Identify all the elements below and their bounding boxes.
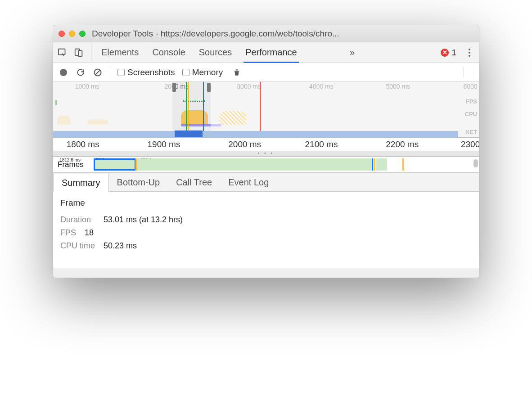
ruler-tick: 2300	[461, 140, 479, 149]
marker-line	[260, 82, 261, 137]
marker-line	[188, 82, 189, 137]
titlebar: Developer Tools - https://developers.goo…	[53, 25, 479, 42]
maximize-window-button[interactable]	[79, 31, 86, 37]
reload-record-button[interactable]	[76, 68, 86, 77]
ruler-tick: 1900 ms	[148, 140, 180, 149]
detail-tabbar: Summary Bottom-Up Call Tree Event Log	[53, 173, 479, 192]
frame-time-label: 1812.6 ms	[59, 158, 81, 162]
frames-scrollbar[interactable]	[473, 159, 478, 167]
svg-rect-0	[59, 49, 65, 54]
overview-mask-left	[53, 82, 172, 137]
frame-stripe	[402, 158, 404, 171]
summary-panel: Frame Duration 53.01 ms (at 13.2 hrs) FP…	[53, 192, 479, 268]
overview-mask-right	[211, 82, 479, 137]
record-button[interactable]	[59, 68, 68, 77]
overview-scrollbar[interactable]	[53, 131, 458, 137]
performance-toolbar: Screenshots Memory	[53, 63, 479, 82]
tab-elements[interactable]: Elements	[101, 42, 139, 63]
marker-line	[203, 82, 204, 137]
label: Duration	[60, 215, 97, 225]
frame-stripe	[374, 158, 375, 171]
tab-console[interactable]: Console	[152, 42, 185, 63]
close-window-button[interactable]	[59, 31, 65, 37]
overview-handle-right[interactable]	[207, 83, 211, 92]
svg-rect-6	[236, 69, 238, 70]
summary-heading: Frame	[60, 198, 472, 208]
window-controls	[59, 31, 86, 37]
memory-label: Memory	[192, 68, 223, 77]
value: 18	[85, 228, 94, 238]
ruler-tick: 1800 ms	[67, 140, 99, 149]
svg-rect-2	[78, 50, 82, 56]
tab-bottom-up[interactable]: Bottom-Up	[109, 173, 168, 191]
screenshots-checkbox[interactable]: Screenshots	[117, 68, 175, 77]
ruler-tick: 2200 ms	[386, 140, 419, 149]
frame-bar[interactable]	[376, 158, 387, 171]
device-toggle-icon[interactable]	[74, 48, 84, 58]
value: 50.23 ms	[104, 241, 137, 251]
svg-line-5	[95, 70, 100, 75]
tab-summary[interactable]: Summary	[53, 174, 109, 192]
value: 53.01 ms (at 13.2 hrs)	[104, 215, 183, 225]
kv-duration: Duration 53.01 ms (at 13.2 hrs)	[60, 215, 472, 225]
footer-bar	[53, 268, 479, 278]
settings-button[interactable]	[464, 68, 473, 77]
window-title: Developer Tools - https://developers.goo…	[92, 29, 473, 39]
frame-stripe	[135, 158, 137, 171]
garbage-collect-button[interactable]	[232, 68, 242, 77]
tabs-overflow-button[interactable]: »	[350, 47, 355, 58]
tab-sources[interactable]: Sources	[199, 42, 232, 63]
memory-checkbox[interactable]: Memory	[182, 68, 223, 77]
overview-timeline[interactable]: 1000 ms 2000 ms 3000 ms 4000 ms 5000 ms …	[53, 82, 479, 138]
error-indicator[interactable]: ✕ 1	[441, 48, 456, 58]
error-icon: ✕	[441, 49, 449, 57]
main-ruler[interactable]: 1800 ms 1900 ms 2000 ms 2100 ms 2200 ms …	[53, 138, 479, 151]
ruler-tick: 2000 ms	[228, 140, 261, 149]
overview-handle-left[interactable]	[172, 83, 176, 92]
frame-bar-selected[interactable]	[94, 158, 136, 171]
inspect-element-icon[interactable]	[58, 48, 68, 58]
marker-line	[186, 82, 187, 137]
frame-bar[interactable]	[137, 158, 371, 171]
label: FPS	[60, 228, 78, 238]
label: CPU time	[60, 241, 97, 251]
checkbox-icon	[182, 69, 189, 76]
tab-event-log[interactable]: Event Log	[220, 173, 277, 191]
kv-cpu-time: CPU time 50.23 ms	[60, 241, 472, 251]
screenshots-label: Screenshots	[127, 68, 175, 77]
frames-track[interactable]: Frames 1812.6 ms 53.0 ms 250.2 ms	[53, 157, 479, 173]
devtools-tabbar: Elements Console Sources Performance » ✕…	[53, 42, 479, 63]
tab-performance[interactable]: Performance	[245, 42, 297, 63]
more-menu-button[interactable]	[464, 48, 474, 58]
overview-scrollbar-thumb[interactable]	[175, 130, 203, 138]
tab-call-tree[interactable]: Call Tree	[168, 173, 220, 191]
svg-point-3	[60, 69, 67, 76]
drag-handle[interactable]: • • •	[53, 151, 479, 157]
clear-button[interactable]	[93, 68, 103, 77]
checkbox-icon	[117, 69, 125, 76]
frame-stripe	[372, 158, 373, 171]
ruler-tick: 2100 ms	[305, 140, 338, 149]
error-count: 1	[451, 48, 456, 58]
divider	[110, 68, 110, 77]
devtools-window: Developer Tools - https://developers.goo…	[53, 25, 479, 278]
minimize-window-button[interactable]	[69, 31, 75, 37]
kv-fps: FPS 18	[60, 228, 472, 238]
